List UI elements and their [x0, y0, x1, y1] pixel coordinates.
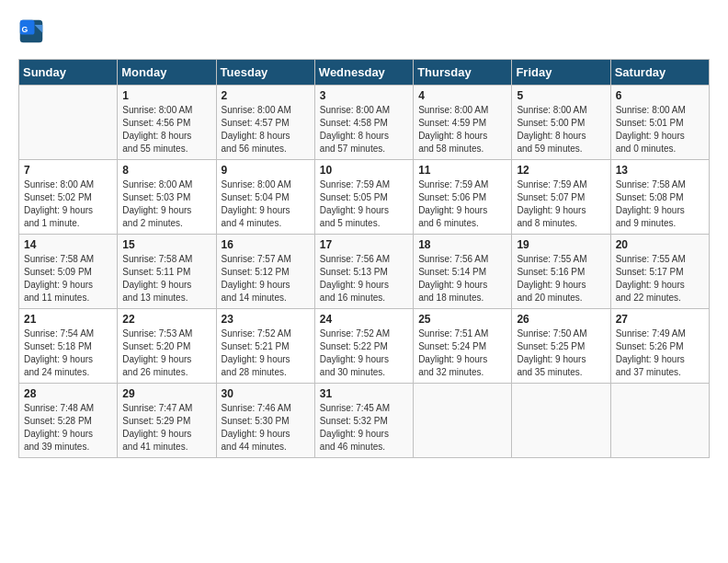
day-number: 2	[222, 89, 310, 102]
day-header-tuesday: Tuesday	[216, 60, 314, 86]
day-info: Sunrise: 8:00 AMSunset: 4:56 PMDaylight:…	[122, 104, 210, 155]
day-header-thursday: Thursday	[414, 60, 512, 86]
svg-text:G: G	[22, 25, 28, 34]
day-info: Sunrise: 7:59 AMSunset: 5:05 PMDaylight:…	[320, 178, 408, 230]
day-info: Sunrise: 7:52 AMSunset: 5:22 PMDaylight:…	[320, 327, 408, 379]
calendar-cell: 4Sunrise: 8:00 AMSunset: 4:59 PMDaylight…	[414, 86, 512, 160]
day-info: Sunrise: 7:58 AMSunset: 5:11 PMDaylight:…	[122, 253, 210, 304]
calendar-cell: 19Sunrise: 7:55 AMSunset: 5:16 PMDayligh…	[512, 235, 610, 309]
logo-icon: G	[18, 18, 44, 44]
calendar-cell: 9Sunrise: 8:00 AMSunset: 5:04 PMDaylight…	[216, 160, 314, 235]
calendar-cell: 10Sunrise: 7:59 AMSunset: 5:05 PMDayligh…	[314, 160, 413, 235]
day-info: Sunrise: 8:00 AMSunset: 5:00 PMDaylight:…	[517, 104, 605, 155]
day-header-monday: Monday	[118, 60, 216, 86]
day-number: 10	[320, 164, 408, 177]
calendar-header-row: SundayMondayTuesdayWednesdayThursdayFrid…	[19, 60, 710, 86]
day-number: 23	[222, 313, 310, 326]
day-number: 27	[616, 313, 704, 326]
day-number: 24	[320, 313, 408, 326]
calendar-cell: 7Sunrise: 8:00 AMSunset: 5:02 PMDaylight…	[19, 160, 118, 235]
day-header-sunday: Sunday	[19, 60, 118, 86]
day-info: Sunrise: 7:56 AMSunset: 5:14 PMDaylight:…	[418, 253, 506, 304]
day-header-wednesday: Wednesday	[314, 60, 413, 86]
day-info: Sunrise: 7:47 AMSunset: 5:29 PMDaylight:…	[122, 402, 210, 454]
day-info: Sunrise: 7:59 AMSunset: 5:06 PMDaylight:…	[418, 178, 506, 230]
day-info: Sunrise: 8:00 AMSunset: 5:02 PMDaylight:…	[24, 178, 112, 230]
day-number: 18	[418, 238, 506, 251]
calendar-cell: 3Sunrise: 8:00 AMSunset: 4:58 PMDaylight…	[314, 86, 413, 160]
calendar-cell: 8Sunrise: 8:00 AMSunset: 5:03 PMDaylight…	[118, 160, 216, 235]
calendar-cell: 1Sunrise: 8:00 AMSunset: 4:56 PMDaylight…	[118, 86, 216, 160]
calendar-week-5: 28Sunrise: 7:48 AMSunset: 5:28 PMDayligh…	[19, 384, 710, 458]
calendar-cell: 29Sunrise: 7:47 AMSunset: 5:29 PMDayligh…	[118, 384, 216, 458]
day-number: 17	[320, 238, 408, 251]
day-number: 16	[222, 238, 310, 251]
day-info: Sunrise: 8:00 AMSunset: 4:59 PMDaylight:…	[418, 104, 506, 155]
calendar-cell: 25Sunrise: 7:51 AMSunset: 5:24 PMDayligh…	[414, 309, 512, 384]
day-number: 6	[616, 89, 704, 102]
calendar-cell: 26Sunrise: 7:50 AMSunset: 5:25 PMDayligh…	[512, 309, 610, 384]
day-info: Sunrise: 7:57 AMSunset: 5:12 PMDaylight:…	[222, 253, 310, 304]
day-number: 1	[122, 89, 210, 102]
day-number: 5	[517, 89, 605, 102]
calendar-cell: 15Sunrise: 7:58 AMSunset: 5:11 PMDayligh…	[118, 235, 216, 309]
day-info: Sunrise: 7:54 AMSunset: 5:18 PMDaylight:…	[24, 327, 112, 379]
day-number: 15	[122, 238, 210, 251]
calendar-cell: 31Sunrise: 7:45 AMSunset: 5:32 PMDayligh…	[314, 384, 413, 458]
day-info: Sunrise: 7:53 AMSunset: 5:20 PMDaylight:…	[122, 327, 210, 379]
calendar-cell: 18Sunrise: 7:56 AMSunset: 5:14 PMDayligh…	[414, 235, 512, 309]
calendar-cell: 27Sunrise: 7:49 AMSunset: 5:26 PMDayligh…	[610, 309, 709, 384]
day-info: Sunrise: 7:49 AMSunset: 5:26 PMDaylight:…	[616, 327, 704, 379]
day-info: Sunrise: 7:55 AMSunset: 5:16 PMDaylight:…	[517, 253, 605, 304]
calendar-cell: 21Sunrise: 7:54 AMSunset: 5:18 PMDayligh…	[19, 309, 118, 384]
calendar-cell: 16Sunrise: 7:57 AMSunset: 5:12 PMDayligh…	[216, 235, 314, 309]
day-info: Sunrise: 8:00 AMSunset: 5:04 PMDaylight:…	[222, 178, 310, 230]
day-number: 7	[24, 164, 112, 177]
calendar-week-1: 1Sunrise: 8:00 AMSunset: 4:56 PMDaylight…	[19, 86, 710, 160]
day-number: 9	[222, 164, 310, 177]
day-number: 28	[24, 387, 112, 400]
day-info: Sunrise: 7:55 AMSunset: 5:17 PMDaylight:…	[616, 253, 704, 304]
day-info: Sunrise: 8:00 AMSunset: 4:57 PMDaylight:…	[222, 104, 310, 155]
day-info: Sunrise: 7:50 AMSunset: 5:25 PMDaylight:…	[517, 327, 605, 379]
calendar-week-3: 14Sunrise: 7:58 AMSunset: 5:09 PMDayligh…	[19, 235, 710, 309]
day-number: 8	[122, 164, 210, 177]
day-info: Sunrise: 7:46 AMSunset: 5:30 PMDaylight:…	[222, 402, 310, 454]
day-info: Sunrise: 8:00 AMSunset: 4:58 PMDaylight:…	[320, 104, 408, 155]
calendar-cell	[19, 86, 118, 160]
day-number: 13	[616, 164, 704, 177]
day-number: 14	[24, 238, 112, 251]
day-number: 20	[616, 238, 704, 251]
calendar-cell: 23Sunrise: 7:52 AMSunset: 5:21 PMDayligh…	[216, 309, 314, 384]
day-info: Sunrise: 8:00 AMSunset: 5:03 PMDaylight:…	[122, 178, 210, 230]
day-number: 26	[517, 313, 605, 326]
day-number: 29	[122, 387, 210, 400]
day-number: 19	[517, 238, 605, 251]
calendar-cell	[512, 384, 610, 458]
calendar-cell: 14Sunrise: 7:58 AMSunset: 5:09 PMDayligh…	[19, 235, 118, 309]
day-number: 3	[320, 89, 408, 102]
calendar-table: SundayMondayTuesdayWednesdayThursdayFrid…	[18, 59, 710, 458]
day-header-saturday: Saturday	[610, 60, 709, 86]
day-number: 25	[418, 313, 506, 326]
calendar-cell: 17Sunrise: 7:56 AMSunset: 5:13 PMDayligh…	[314, 235, 413, 309]
calendar-cell: 22Sunrise: 7:53 AMSunset: 5:20 PMDayligh…	[118, 309, 216, 384]
calendar-cell: 12Sunrise: 7:59 AMSunset: 5:07 PMDayligh…	[512, 160, 610, 235]
day-number: 30	[222, 387, 310, 400]
day-number: 12	[517, 164, 605, 177]
day-info: Sunrise: 7:48 AMSunset: 5:28 PMDaylight:…	[24, 402, 112, 454]
day-number: 21	[24, 313, 112, 326]
day-info: Sunrise: 7:59 AMSunset: 5:07 PMDaylight:…	[517, 178, 605, 230]
day-number: 22	[122, 313, 210, 326]
day-info: Sunrise: 7:52 AMSunset: 5:21 PMDaylight:…	[222, 327, 310, 379]
calendar-cell: 28Sunrise: 7:48 AMSunset: 5:28 PMDayligh…	[19, 384, 118, 458]
day-number: 31	[320, 387, 408, 400]
calendar-cell: 30Sunrise: 7:46 AMSunset: 5:30 PMDayligh…	[216, 384, 314, 458]
calendar-cell	[414, 384, 512, 458]
calendar-cell: 20Sunrise: 7:55 AMSunset: 5:17 PMDayligh…	[610, 235, 709, 309]
calendar-week-4: 21Sunrise: 7:54 AMSunset: 5:18 PMDayligh…	[19, 309, 710, 384]
day-info: Sunrise: 7:58 AMSunset: 5:09 PMDaylight:…	[24, 253, 112, 304]
day-header-friday: Friday	[512, 60, 610, 86]
calendar-cell: 13Sunrise: 7:58 AMSunset: 5:08 PMDayligh…	[610, 160, 709, 235]
day-info: Sunrise: 8:00 AMSunset: 5:01 PMDaylight:…	[616, 104, 704, 155]
